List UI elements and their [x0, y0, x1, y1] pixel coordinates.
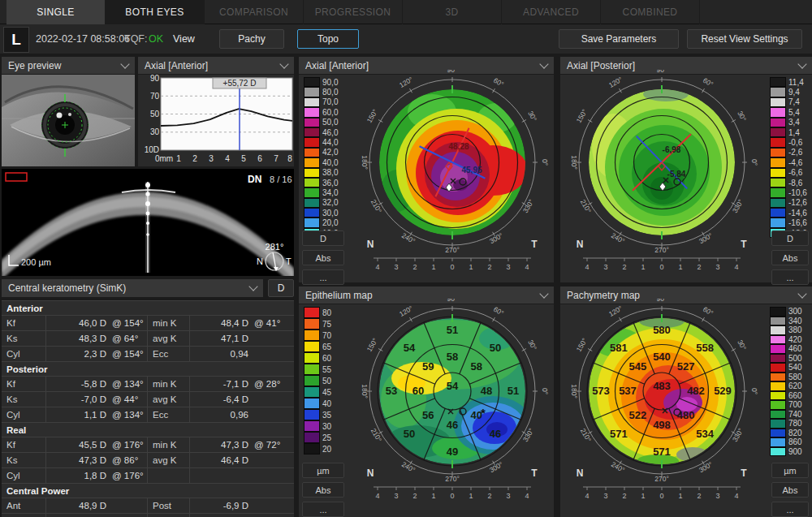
scale-row: 780 [770, 419, 802, 429]
scale-tick-label: 740 [788, 410, 802, 419]
sector-zone-value: 558 [696, 342, 714, 354]
exam-datetime: 2022-02-17 08:58:06 [36, 24, 130, 54]
kerato-param-label: Ks [2, 331, 46, 346]
scale-row: 32,0 [304, 198, 338, 208]
posterior-more-button[interactable]: ... [771, 269, 809, 285]
scale-row: 30 [304, 420, 331, 432]
scale-row: 300 [770, 307, 802, 317]
sector-zone-value: 571 [653, 446, 671, 458]
degree-label: 270° [445, 475, 460, 483]
scale-tick-label: 660 [788, 391, 802, 400]
scale-color-block [770, 187, 786, 197]
ruler-tick-label: 2 [622, 263, 626, 270]
ruler-tick-label: 4 [525, 263, 529, 270]
nasal-label: N [577, 467, 584, 479]
scale-tick-label: 70,0 [322, 97, 338, 106]
axial-profile-header[interactable]: Axial [Anterior] [138, 57, 294, 74]
pachymetry-unit-button[interactable]: µm [771, 463, 809, 478]
scale-row: 740 [770, 410, 802, 420]
kerato-value: -6,9 D [190, 501, 248, 511]
degree-label: 90° [657, 299, 667, 303]
pachymetry-abs-button[interactable]: Abs [771, 482, 809, 498]
scale-color-block [770, 178, 786, 187]
kerato-param-label: Ks [2, 453, 46, 467]
scale-tick-label: 300 [788, 307, 802, 316]
eye-preview-header[interactable]: Eye preview [2, 57, 135, 74]
degree-label: 240° [610, 460, 626, 474]
degree-label: 330° [521, 198, 535, 214]
scale-row: 25 [304, 432, 331, 443]
oct-scan-image: DN 8 / 16 200 µm 281° N T [2, 169, 294, 276]
scale-tick-label: 20 [322, 445, 331, 454]
epithelium-unit-button[interactable]: µm [302, 463, 344, 478]
degree-label: 210° [579, 427, 593, 443]
scale-color-block [304, 168, 320, 178]
anterior-more-button[interactable]: ... [302, 269, 344, 285]
degree-label: 270° [445, 246, 460, 254]
scale-tick-label: 3,4 [788, 118, 800, 127]
roi-rectangle[interactable] [6, 173, 27, 181]
kerato-axis: @ 134° [106, 410, 144, 420]
scale-color-block [770, 317, 786, 326]
pachy-button[interactable]: Pachy [219, 29, 284, 49]
degree-label: 30° [736, 110, 748, 123]
temporal-label: T [741, 467, 747, 479]
scale-color-block [304, 341, 320, 352]
sector-zone-value: 58 [470, 360, 482, 373]
epithelium-abs-button[interactable]: Abs [302, 482, 344, 498]
scale-color-block [304, 443, 320, 455]
tab-3d: 3D [403, 0, 502, 24]
scale-tick-label: 35 [322, 411, 331, 420]
tab-bar: SINGLE BOTH EYES COMPARISON PROGRESSION … [0, 0, 812, 24]
scale-color-block [304, 398, 320, 409]
keratometry-section-header: Posterior [2, 361, 294, 376]
tab-single[interactable]: SINGLE [6, 0, 106, 24]
scale-color-block [770, 87, 786, 97]
keratometry-unit-button[interactable]: D [268, 279, 294, 297]
posterior-unit-button[interactable]: D [771, 230, 809, 246]
scale-row: 50,0 [304, 118, 338, 127]
tab-both-eyes[interactable]: BOTH EYES [106, 0, 205, 24]
scale-color-block [304, 375, 320, 386]
ruler-tick-label: 3 [715, 263, 719, 270]
epithelium-more-button[interactable]: ... [302, 502, 344, 517]
scale-color-block [770, 307, 786, 317]
scale-tick-label: 5,4 [788, 108, 800, 117]
degree-label: 90° [447, 299, 458, 303]
degree-label: 300° [698, 231, 714, 245]
ruler-tick-label: 2 [487, 263, 491, 270]
degree-label: 90° [657, 70, 667, 74]
scale-tick-label: 36,0 [322, 179, 338, 187]
kerato-param-label: Cyl [2, 468, 46, 483]
keratometry-header[interactable]: Central keratometry (SimK) [2, 279, 263, 297]
x-tick: 4 [225, 154, 230, 163]
kerato-param-label: Post [148, 498, 190, 513]
scale-tick-label: 60,0 [322, 108, 338, 117]
table-row: Kf46,0 D@ 154°min K48,4 D@ 41° [2, 315, 294, 330]
sector-zone-value: 571 [610, 428, 628, 440]
scale-color-block [770, 447, 786, 457]
scale-row: 35 [304, 409, 331, 420]
scale-row: 34,0 [304, 187, 338, 197]
scale-row: -4,6 [770, 157, 807, 167]
sector-zone-value: 581 [610, 342, 628, 354]
table-row: Cyl2,3 D@ 154°Ecc0,94 [2, 346, 294, 361]
reset-view-settings-button[interactable]: Reset View Settings [687, 29, 802, 49]
topo-button[interactable]: Topo [297, 29, 359, 49]
sector-zone-value: 573 [592, 385, 610, 397]
scale-tick-label: 700 [788, 400, 802, 409]
anterior-unit-button[interactable]: D [302, 230, 344, 246]
scale-tick-label: 32,0 [322, 198, 338, 207]
posterior-abs-button[interactable]: Abs [771, 250, 809, 265]
sector-zone-value: 534 [696, 428, 714, 440]
pachymetry-more-button[interactable]: ... [771, 502, 809, 517]
anterior-abs-button[interactable]: Abs [302, 250, 344, 265]
scale-tick-label: 900 [788, 447, 802, 456]
sector-zone-value: 482 [687, 385, 705, 397]
scale-color-block [304, 77, 320, 87]
axial-anterior-map: 90°60°30°0°330°300°270°240°210°180°150°1… [349, 70, 557, 270]
kerato-param-label: Ks [2, 392, 46, 407]
sector-zone-value: 46 [447, 419, 458, 431]
scale-color-block [770, 198, 786, 208]
save-parameters-button[interactable]: Save Parameters [559, 29, 679, 49]
